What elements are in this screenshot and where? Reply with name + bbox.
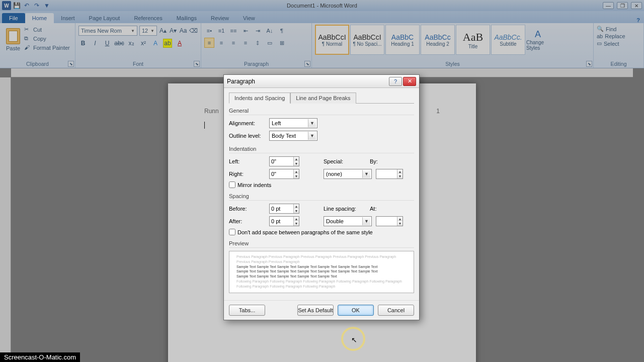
outline-label: Outline level: (229, 133, 265, 139)
shading-icon[interactable]: ▭ (265, 38, 275, 48)
by-spin[interactable]: ▲▼ (376, 169, 403, 179)
align-center-icon[interactable]: ≡ (216, 38, 226, 48)
decrease-indent-icon[interactable]: ⇤ (240, 26, 251, 36)
preview-header: Preview (229, 240, 414, 248)
cut-button[interactable]: ✂Cut (23, 26, 71, 34)
set-default-button[interactable]: Set As Default (297, 305, 334, 316)
cursor-caret (204, 122, 205, 129)
before-spin[interactable]: ▲▼ (269, 204, 299, 214)
style-heading1[interactable]: AaBbCHeading 1 (385, 25, 420, 55)
sort-icon[interactable]: A↓ (265, 26, 275, 36)
ok-button[interactable]: OK (338, 305, 374, 316)
multilevel-icon[interactable]: ≡≡ (228, 26, 238, 36)
shrink-font-icon[interactable]: A▾ (169, 26, 177, 35)
borders-icon[interactable]: ⊞ (277, 38, 287, 48)
line-spacing-combo[interactable]: Double▼ (324, 216, 372, 226)
select-button[interactable]: ▭Select (597, 40, 640, 47)
grow-font-icon[interactable]: A▴ (159, 26, 167, 35)
alignment-label: Alignment: (229, 120, 265, 126)
dialog-titlebar[interactable]: Paragraph ? ✕ (224, 75, 419, 88)
style-normal[interactable]: AaBbCcI¶ Normal (315, 25, 349, 55)
change-case-icon[interactable]: Aa (179, 26, 187, 35)
font-size-combo[interactable]: 12▼ (139, 26, 157, 36)
font-color-icon[interactable]: A (175, 39, 184, 48)
close-button[interactable]: ✕ (631, 2, 642, 9)
show-marks-icon[interactable]: ¶ (277, 26, 287, 36)
alignment-combo[interactable]: Left▼ (269, 118, 317, 128)
tab-line-page-breaks[interactable]: Line and Page Breaks (290, 93, 356, 104)
cancel-button[interactable]: Cancel (378, 305, 414, 316)
change-styles-button[interactable]: AChange Styles (526, 25, 549, 55)
special-combo[interactable]: (none)▼ (324, 169, 372, 179)
superscript-button[interactable]: x² (139, 39, 148, 48)
line-spacing-icon[interactable]: ‡ (253, 38, 263, 48)
italic-button[interactable]: I (91, 39, 100, 48)
section-indentation: Indentation Left: ▲▼ Special: By: Right:… (229, 146, 414, 188)
tab-home[interactable]: Home (25, 13, 54, 23)
before-label: Before: (229, 206, 265, 212)
increase-indent-icon[interactable]: ⇥ (253, 26, 263, 36)
style-title[interactable]: AaBTitle (456, 25, 490, 55)
font-launcher[interactable]: ⬊ (194, 61, 200, 67)
tab-page-layout[interactable]: Page Layout (82, 13, 127, 23)
strike-button[interactable]: abc (115, 39, 124, 48)
indent-left-spin[interactable]: ▲▼ (269, 156, 299, 166)
qat-dropdown-icon[interactable]: ▼ (42, 1, 51, 10)
clear-formatting-icon[interactable]: ⌫ (189, 26, 198, 35)
vertical-ruler (0, 77, 11, 362)
tab-review[interactable]: Review (204, 13, 236, 23)
paragraph-launcher[interactable]: ⬊ (304, 61, 310, 67)
bullets-icon[interactable]: ≡• (204, 26, 214, 36)
indent-right-spin[interactable]: ▲▼ (269, 169, 299, 179)
mirror-checkbox[interactable] (229, 182, 235, 188)
tab-mailings[interactable]: Mailings (170, 13, 204, 23)
indent-left-label: Left: (229, 158, 265, 164)
font-label: Font (78, 61, 198, 68)
tabs-button[interactable]: Tabs... (229, 305, 265, 316)
style-heading2[interactable]: AaBbCcHeading 2 (421, 25, 455, 55)
chevron-down-icon: ▼ (362, 217, 370, 225)
file-tab[interactable]: File (2, 13, 25, 23)
redo-icon[interactable]: ↷ (32, 1, 41, 10)
justify-icon[interactable]: ≡ (240, 38, 251, 48)
after-spin[interactable]: ▲▼ (269, 216, 299, 226)
bold-button[interactable]: B (78, 39, 88, 48)
numbering-icon[interactable]: ≡1 (216, 26, 226, 36)
format-painter-button[interactable]: 🖌Format Painter (23, 44, 71, 52)
align-left-icon[interactable]: ≡ (204, 38, 214, 48)
paste-button[interactable]: Paste (3, 25, 23, 55)
text-effects-icon[interactable]: A (151, 39, 160, 48)
dialog-close-button[interactable]: ✕ (403, 77, 416, 86)
outline-combo[interactable]: Body Text▼ (269, 131, 317, 141)
style-subtitle[interactable]: AaBbCc.Subtitle (491, 25, 525, 55)
dialog-help-button[interactable]: ? (389, 77, 402, 86)
watermark: Screencast-O-Matic.com (0, 352, 80, 362)
at-spin[interactable]: ▲▼ (376, 216, 403, 226)
group-clipboard: Paste ✂Cut ⧉Copy 🖌Format Painter Clipboa… (0, 23, 75, 68)
styles-launcher[interactable]: ⬊ (586, 61, 592, 67)
clipboard-launcher[interactable]: ⬊ (68, 61, 74, 67)
dont-add-checkbox[interactable] (229, 229, 235, 235)
chevron-down-icon: ▼ (308, 119, 316, 127)
titlebar: W 💾 ↶ ↷ ▼ Document1 - Microsoft Word — ❐… (0, 0, 644, 11)
group-paragraph: ≡• ≡1 ≡≡ ⇤ ⇥ A↓ ¶ ≡ ≡ ≡ ≡ ‡ ▭ ⊞ Paragrap… (201, 23, 312, 68)
font-name-combo[interactable]: Times New Rom▼ (78, 26, 137, 36)
dialog-title: Paragraph (227, 78, 388, 85)
undo-icon[interactable]: ↶ (22, 1, 31, 10)
tab-indents-spacing[interactable]: Indents and Spacing (229, 93, 290, 104)
find-button[interactable]: 🔍Find (597, 26, 640, 32)
highlight-icon[interactable]: ab (163, 39, 172, 48)
tab-insert[interactable]: Insert (54, 13, 82, 23)
style-no-spacing[interactable]: AaBbCcI¶ No Spaci... (350, 25, 384, 55)
save-icon[interactable]: 💾 (12, 1, 21, 10)
maximize-button[interactable]: ❐ (617, 2, 628, 9)
underline-button[interactable]: U (103, 39, 112, 48)
help-icon[interactable]: ? (636, 17, 640, 23)
align-right-icon[interactable]: ≡ (228, 38, 238, 48)
tab-view[interactable]: View (236, 13, 262, 23)
minimize-button[interactable]: — (603, 2, 614, 9)
tab-references[interactable]: References (127, 13, 169, 23)
replace-button[interactable]: abReplace (597, 33, 640, 39)
subscript-button[interactable]: x₂ (127, 39, 136, 48)
copy-button[interactable]: ⧉Copy (23, 35, 71, 43)
